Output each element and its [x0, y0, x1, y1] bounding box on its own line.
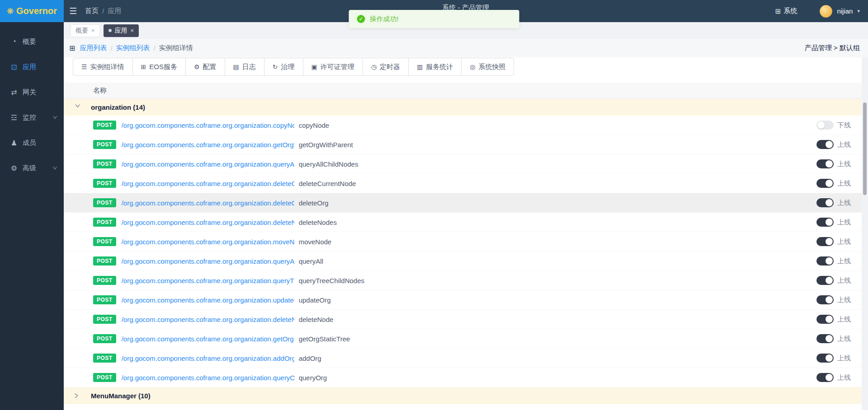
status-toggle[interactable] — [816, 354, 834, 363]
status-toggle[interactable] — [816, 276, 834, 285]
status-toggle[interactable] — [816, 373, 834, 382]
service-row[interactable]: POST /org.gocom.components.coframe.org.o… — [64, 349, 862, 368]
sidebar: ◔ 概要 ⊡ 应用 ⇄ 网关 ☲ 监控 > ♟ 成员 ⚙ 高级 > — [0, 22, 64, 410]
section-tab-4[interactable]: ↻ 治理 — [264, 58, 303, 76]
hamburger-menu-icon[interactable]: ☰ — [69, 6, 77, 16]
status-toggle[interactable] — [816, 315, 834, 324]
method-badge: POST — [93, 256, 116, 266]
status-toggle[interactable] — [816, 237, 834, 246]
service-path-link[interactable]: /org.gocom.components.coframe.org.organi… — [122, 316, 294, 323]
group-row[interactable]: > organization (14) — [64, 99, 862, 116]
status-toggle[interactable] — [816, 295, 834, 304]
service-path-link[interactable]: /org.gocom.components.coframe.org.organi… — [122, 277, 294, 284]
service-path-link[interactable]: /org.gocom.components.coframe.org.organi… — [122, 296, 294, 304]
breadcrumb-instance-group-list[interactable]: 实例组列表 — [116, 44, 150, 52]
open-tab-1[interactable]: 应用 × — [104, 24, 139, 37]
name-column-header: 名称 — [93, 86, 107, 95]
governance-icon: ↻ — [273, 63, 278, 70]
section-tab-3[interactable]: ▤ 日志 — [225, 58, 264, 76]
service-path-link[interactable]: /org.gocom.components.coframe.org.organi… — [122, 257, 294, 265]
service-row[interactable]: POST /org.gocom.components.coframe.org.o… — [64, 154, 862, 174]
log-icon: ▤ — [233, 63, 239, 70]
username[interactable]: nijian — [837, 7, 853, 15]
service-row[interactable]: POST /org.gocom.components.coframe.org.o… — [64, 193, 862, 213]
section-tab-0[interactable]: ☰ 实例组详情 — [73, 58, 133, 76]
service-row[interactable]: POST /org.gocom.components.coframe.org.o… — [64, 310, 862, 329]
section-tab-5[interactable]: ▣ 许可证管理 — [303, 58, 363, 76]
chevron-down-icon[interactable]: ▾ — [857, 8, 860, 14]
status-toggle[interactable] — [816, 198, 834, 207]
service-row[interactable]: POST /org.gocom.components.coframe.org.o… — [64, 290, 862, 310]
service-row[interactable]: POST /org.gocom.components.coframe.org.o… — [64, 232, 862, 252]
service-row[interactable]: POST /org.gocom.components.coframe.org.o… — [64, 213, 862, 232]
service-row[interactable]: POST /org.gocom.components.coframe.org.o… — [64, 329, 862, 349]
service-path-link[interactable]: /org.gocom.components.coframe.org.organi… — [122, 238, 294, 246]
service-table-body: > organization (14) POST /org.gocom.comp… — [64, 99, 862, 404]
section-tab-6[interactable]: ◷ 定时器 — [363, 58, 409, 76]
service-row[interactable]: POST /org.gocom.components.coframe.org.o… — [64, 116, 862, 135]
status-toggle[interactable] — [816, 256, 834, 266]
service-path-link[interactable]: /org.gocom.components.coframe.org.organi… — [122, 160, 294, 168]
status-toggle[interactable] — [816, 121, 834, 130]
service-table: 名称 > organization (14) POST /org.gocom.c… — [64, 83, 862, 404]
breadcrumb-instance-group-detail: 实例组详情 — [159, 44, 193, 52]
section-tab-2[interactable]: ⚙ 配置 — [185, 58, 225, 76]
service-name: deleteNodes — [299, 219, 337, 226]
method-badge: POST — [93, 334, 116, 343]
sidebar-item-3[interactable]: ☲ 监控 > — [0, 105, 64, 130]
close-icon[interactable]: × — [91, 27, 95, 34]
system-grid-icon: ⊞ — [775, 7, 781, 15]
service-row[interactable]: POST /org.gocom.components.coframe.org.o… — [64, 252, 862, 271]
license-icon: ▣ — [311, 63, 317, 70]
service-path-link[interactable]: /org.gocom.components.coframe.org.organi… — [122, 141, 294, 149]
sidebar-item-0[interactable]: ◔ 概要 — [0, 29, 64, 54]
user-avatar[interactable] — [820, 5, 832, 18]
system-menu[interactable]: ⊞ 系统 — [775, 7, 797, 15]
status-label: 上线 — [837, 160, 853, 168]
status-label: 上线 — [837, 238, 853, 246]
section-tab-7[interactable]: ▥ 服务统计 — [408, 58, 462, 76]
breadcrumb-home[interactable]: 首页 — [85, 7, 99, 15]
service-path-link[interactable]: /org.gocom.components.coframe.org.organi… — [122, 335, 294, 343]
open-tab-0[interactable]: 概要 × — [71, 24, 100, 37]
service-row[interactable]: POST /org.gocom.components.coframe.org.o… — [64, 368, 862, 387]
service-name: updateOrg — [299, 296, 331, 304]
sidebar-item-2[interactable]: ⇄ 网关 — [0, 79, 64, 105]
section-tab-8[interactable]: ◎ 系统快照 — [461, 58, 514, 76]
status-toggle[interactable] — [816, 179, 834, 188]
logo-icon: ❋ — [7, 6, 14, 16]
main-area: 概要 × 应用 × ⊞ 应用列表 / 实例组列表 / 实例组详情 产品管理 > … — [64, 22, 868, 410]
logo[interactable]: ❋ Governor — [0, 0, 64, 22]
toast-message: 操作成功! — [370, 15, 399, 23]
sidebar-item-5[interactable]: ⚙ 高级 > — [0, 155, 64, 181]
status-toggle[interactable] — [816, 159, 834, 168]
scrollbar-track[interactable] — [863, 86, 867, 408]
status-label: 上线 — [837, 315, 853, 324]
status-toggle[interactable] — [816, 334, 834, 343]
service-path-link[interactable]: /org.gocom.components.coframe.org.organi… — [122, 121, 294, 129]
service-path-link[interactable]: /org.gocom.components.coframe.org.organi… — [122, 374, 294, 382]
sidebar-menu: ◔ 概要 ⊡ 应用 ⇄ 网关 ☲ 监控 > ♟ 成员 ⚙ 高级 > — [0, 29, 64, 181]
status-toggle[interactable] — [816, 218, 834, 227]
sidebar-item-4[interactable]: ♟ 成员 — [0, 130, 64, 155]
service-path-link[interactable]: /org.gocom.components.coframe.org.organi… — [122, 199, 294, 207]
method-badge: POST — [93, 315, 116, 324]
service-row[interactable]: POST /org.gocom.components.coframe.org.o… — [64, 174, 862, 193]
service-row[interactable]: POST /org.gocom.components.coframe.org.o… — [64, 271, 862, 290]
service-path-link[interactable]: /org.gocom.components.coframe.org.organi… — [122, 354, 294, 362]
sidebar-item-1[interactable]: ⊡ 应用 — [0, 54, 64, 79]
close-icon[interactable]: × — [131, 27, 134, 34]
gateway-icon: ⇄ — [10, 88, 18, 97]
breadcrumb-app-list[interactable]: 应用列表 — [80, 44, 107, 52]
expand-caret-icon[interactable]: > — [73, 104, 83, 111]
section-tab-1[interactable]: ⊞ EOS服务 — [132, 58, 186, 76]
scrollbar-thumb[interactable] — [863, 102, 867, 195]
service-row[interactable]: POST /org.gocom.components.coframe.org.o… — [64, 135, 862, 154]
expand-caret-icon[interactable]: > — [75, 391, 81, 401]
group-row[interactable]: > MenuManager (10) — [64, 387, 862, 404]
service-path-link[interactable]: /org.gocom.components.coframe.org.organi… — [122, 219, 294, 226]
service-path-link[interactable]: /org.gocom.components.coframe.org.organi… — [122, 180, 294, 187]
service-name: copyNode — [299, 121, 330, 129]
service-name: addOrg — [299, 354, 321, 362]
status-toggle[interactable] — [816, 140, 834, 149]
